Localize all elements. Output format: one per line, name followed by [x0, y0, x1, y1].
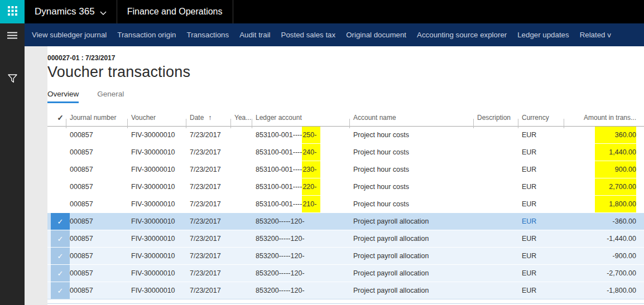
grid-body: 000857FIV-300000107/23/2017853100-001---…	[47, 127, 644, 299]
currency-value[interactable]: EUR	[522, 213, 568, 230]
ledger-highlight: 220-	[302, 178, 320, 195]
amount-value: -360.00	[595, 213, 636, 230]
tab-overview[interactable]: Overview	[47, 89, 79, 103]
product-menu[interactable]: Dynamics 365	[25, 0, 117, 23]
cell-currency: EUR	[522, 282, 568, 299]
column-header-amount[interactable]: Amount in trans...	[568, 109, 636, 127]
app-launcher-button[interactable]	[0, 0, 25, 23]
cell-description	[477, 248, 522, 264]
check-icon: ✓	[57, 235, 64, 243]
table-row[interactable]: 000857FIV-300000107/23/2017853100-001---…	[47, 178, 644, 196]
action-bar-item[interactable]: Accounting source explorer	[417, 31, 507, 39]
cell-voucher: FIV-30000010	[131, 230, 190, 247]
check-icon: ✓	[57, 269, 64, 278]
column-header-currency[interactable]: Currency	[522, 109, 568, 127]
cell-year	[234, 282, 256, 299]
action-bar-item[interactable]: Transaction origin	[117, 31, 176, 39]
table-row[interactable]: ✓000857FIV-300000107/23/2017853200-----1…	[47, 248, 644, 265]
table-row[interactable]: 000857FIV-300000107/23/2017853100-001---…	[47, 144, 644, 161]
cell-currency: EUR	[522, 230, 568, 247]
row-checkbox[interactable]	[51, 196, 70, 212]
row-checkbox[interactable]: ✓	[51, 282, 70, 299]
action-bar-item[interactable]: Transactions	[187, 31, 229, 39]
expand-navigation-button[interactable]	[0, 27, 25, 46]
check-icon: ✓	[57, 217, 64, 226]
cell-amount: -2,700.00	[568, 265, 636, 282]
cell-currency: EUR	[522, 178, 568, 195]
row-checkbox[interactable]	[51, 161, 70, 178]
cell-date: 7/23/2017	[190, 230, 234, 247]
cell-account-name: Project payroll allocation	[353, 213, 477, 230]
content-gutter: 000027-01 : 7/23/2017 Voucher transactio…	[25, 46, 644, 305]
cell-amount: 1,800.00	[568, 196, 636, 212]
ledger-highlight: 210-	[302, 196, 320, 212]
cell-date: 7/23/2017	[190, 265, 234, 282]
action-bar-item[interactable]: Audit trail	[239, 31, 270, 39]
action-bar-item[interactable]: Original document	[346, 31, 406, 39]
top-app-bar: Dynamics 365 Finance and Operations	[0, 0, 644, 23]
cell-year	[234, 196, 256, 212]
table-row[interactable]: 000857FIV-300000107/23/2017853100-001---…	[47, 127, 644, 144]
table-row[interactable]: ✓000857FIV-300000107/23/2017853200-----1…	[47, 213, 644, 230]
column-header-journal-number[interactable]: Journal number	[70, 109, 131, 127]
cell-account-name: Project payroll allocation	[353, 230, 477, 247]
cell-description	[477, 265, 522, 282]
table-row[interactable]: ✓000857FIV-300000107/23/2017853200-----1…	[47, 265, 644, 282]
table-row[interactable]: 000857FIV-300000107/23/2017853100-001---…	[47, 161, 644, 178]
action-bar-item[interactable]: View subledger journal	[32, 31, 107, 39]
amount-value: 2,700.00	[595, 178, 636, 195]
row-checkbox[interactable]: ✓	[51, 265, 70, 282]
column-header-voucher[interactable]: Voucher	[131, 109, 190, 127]
row-checkbox[interactable]	[51, 144, 70, 161]
filter-button[interactable]	[0, 70, 25, 89]
cell-currency: EUR	[522, 127, 568, 143]
ledger-highlight: 240-	[302, 144, 320, 161]
cell-currency: EUR	[522, 213, 568, 230]
cell-journal-number: 000857	[70, 230, 131, 247]
row-checkbox[interactable]	[51, 178, 70, 195]
currency-value: EUR	[522, 248, 568, 264]
cell-journal-number: 000857	[70, 196, 131, 212]
app-title[interactable]: Finance and Operations	[117, 0, 233, 23]
cell-year	[234, 230, 256, 247]
table-row[interactable]: ✓000857FIV-300000107/23/2017853200-----1…	[47, 230, 644, 248]
cell-description	[477, 213, 522, 230]
cell-amount: 1,440.00	[568, 144, 636, 161]
filter-funnel-icon	[8, 74, 17, 85]
table-row[interactable]: 000857FIV-300000107/23/2017853100-001---…	[47, 196, 644, 213]
cell-amount: -1,800.00	[568, 282, 636, 299]
cell-ledger-account: 853200-----120-	[256, 213, 353, 230]
row-checkbox[interactable]: ✓	[51, 248, 70, 264]
cell-ledger-account: 853200-----120-	[256, 282, 353, 299]
row-checkbox[interactable]: ✓	[51, 213, 70, 230]
currency-value: EUR	[522, 144, 568, 161]
cell-amount: -1,440.00	[568, 230, 636, 247]
cell-journal-number: 000857	[70, 282, 131, 299]
amount-value: -900.00	[595, 248, 636, 264]
cell-currency: EUR	[522, 248, 568, 264]
cell-year	[234, 178, 256, 195]
cell-currency: EUR	[522, 196, 568, 212]
waffle-icon	[8, 6, 17, 18]
cell-date: 7/23/2017	[190, 127, 234, 143]
column-header-date[interactable]: Date↑	[190, 109, 234, 127]
currency-value: EUR	[522, 230, 568, 247]
ledger-highlight: 230-	[302, 161, 320, 178]
cell-currency: EUR	[522, 161, 568, 178]
currency-value: EUR	[522, 265, 568, 282]
column-header-select-all[interactable]: ✓	[51, 109, 70, 127]
action-bar-item[interactable]: Posted sales tax	[281, 31, 336, 39]
column-header-description[interactable]: Description	[477, 109, 522, 127]
action-bar-item[interactable]: Related v	[580, 31, 611, 39]
cell-date: 7/23/2017	[190, 248, 234, 264]
action-bar-item[interactable]: Ledger updates	[517, 31, 569, 39]
tab-general[interactable]: General	[97, 89, 124, 103]
row-checkbox[interactable]: ✓	[51, 230, 70, 247]
table-row[interactable]: ✓000857FIV-300000107/23/2017853200-----1…	[47, 282, 644, 299]
row-checkbox[interactable]	[51, 127, 70, 143]
cell-currency: EUR	[522, 265, 568, 282]
column-header-account-name[interactable]: Account name	[353, 109, 477, 127]
action-bar: View subledger journalTransaction origin…	[25, 23, 644, 46]
column-header-ledger-account[interactable]: Ledger account	[256, 109, 353, 127]
column-header-year[interactable]: Yea...	[234, 109, 256, 127]
